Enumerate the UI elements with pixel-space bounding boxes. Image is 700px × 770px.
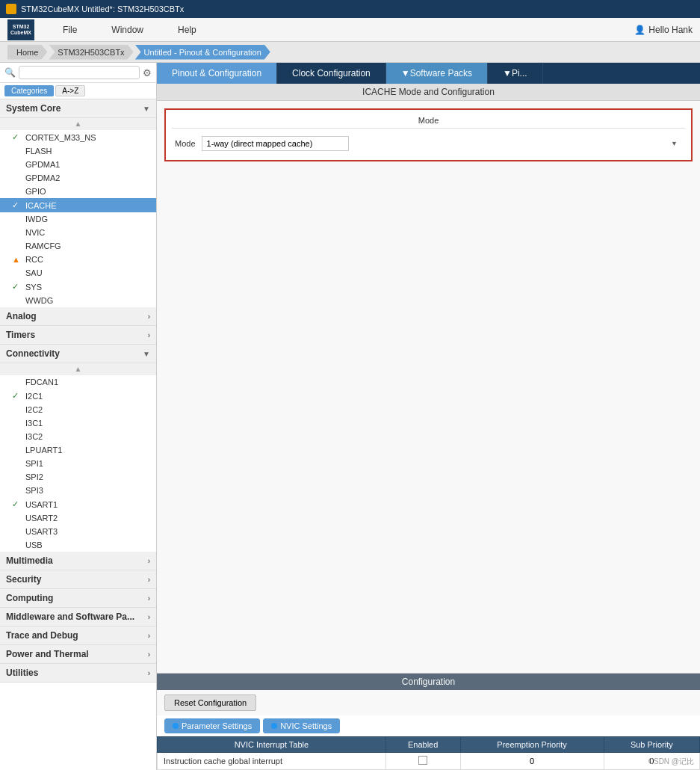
sidebar-item-i2c1[interactable]: ✓ I2C1 <box>0 389 156 403</box>
filter-tab-categories[interactable]: Categories <box>4 85 54 96</box>
filter-tab-az[interactable]: A->Z <box>55 85 85 96</box>
connectivity-items: ▲ FDCAN1 ✓ I2C1 I2C2 I3C1 <box>0 363 156 552</box>
category-middleware[interactable]: Middleware and Software Pa... › <box>0 608 156 626</box>
sidebar-item-nvic[interactable]: NVIC <box>0 226 156 239</box>
usart1-status-icon: ✓ <box>12 499 22 509</box>
search-row: 🔍 ⚙ <box>0 63 156 83</box>
spi3-label: SPI3 <box>25 486 43 495</box>
timers-arrow: › <box>148 331 150 339</box>
sidebar-item-cortex[interactable]: ✓ CORTEX_M33_NS <box>0 130 156 144</box>
sidebar-item-fdcan1[interactable]: FDCAN1 <box>0 375 156 389</box>
sidebar-item-spi2[interactable]: SPI2 <box>0 470 156 484</box>
content-tab-bar: Pinout & Configuration Clock Configurati… <box>157 63 700 84</box>
utilities-arrow: › <box>148 669 150 677</box>
tab-clock[interactable]: Clock Configuration <box>277 63 386 84</box>
sidebar-item-rcc[interactable]: ▲ RCC <box>0 253 156 266</box>
logo-text: STM32CubeMX <box>10 24 31 35</box>
category-security[interactable]: Security › <box>0 570 156 589</box>
icache-header: ICACHE Mode and Configuration <box>157 84 700 101</box>
tab-pinout[interactable]: Pinout & Configuration <box>157 63 277 84</box>
sidebar-item-spi3[interactable]: SPI3 <box>0 484 156 497</box>
system-core-arrow: ▼ <box>143 105 150 113</box>
sidebar-item-gpio[interactable]: GPIO <box>0 185 156 198</box>
enabled-checkbox[interactable] <box>418 756 427 765</box>
menu-help[interactable]: Help <box>172 22 202 38</box>
menu-user[interactable]: 👤 Hello Hank <box>634 25 693 35</box>
sidebar-item-usart3[interactable]: USART3 <box>0 525 156 538</box>
category-multimedia[interactable]: Multimedia › <box>0 552 156 570</box>
menu-file[interactable]: File <box>57 22 83 38</box>
breadcrumb-current[interactable]: Untitled - Pinout & Configuration <box>135 45 270 60</box>
sidebar-item-i3c1[interactable]: I3C1 <box>0 416 156 430</box>
category-analog-label: Analog <box>6 311 37 321</box>
category-middleware-label: Middleware and Software Pa... <box>6 612 134 622</box>
gpio-label: GPIO <box>25 187 46 196</box>
app-icon <box>6 4 16 14</box>
param-tab-label: Parameter Settings <box>182 721 252 730</box>
sidebar-item-flash[interactable]: FLASH <box>0 144 156 158</box>
i2c1-label: I2C1 <box>25 392 43 401</box>
config-section: Configuration Reset Configuration Parame… <box>157 673 700 770</box>
conn-scroll-up: ▲ <box>0 363 156 375</box>
sidebar-item-gpdma1[interactable]: GPDMA1 <box>0 158 156 171</box>
main-layout: 🔍 ⚙ Categories A->Z System Core ▼ ▲ ✓ CO… <box>0 63 700 770</box>
mode-select[interactable]: 1-way (direct mapped cache) 2-way (2-way… <box>202 136 349 151</box>
sidebar-item-gpdma2[interactable]: GPDMA2 <box>0 171 156 185</box>
category-security-label: Security <box>6 574 41 585</box>
sidebar-item-spi1[interactable]: SPI1 <box>0 457 156 470</box>
scroll-up-arrow: ▲ <box>0 118 156 130</box>
sidebar-item-sys[interactable]: ✓ SYS <box>0 280 156 294</box>
gear-icon[interactable]: ⚙ <box>143 67 152 78</box>
watermark: CSDN @记比 <box>648 757 694 767</box>
user-label: Hello Hank <box>648 25 693 35</box>
sidebar-item-i3c2[interactable]: I3C2 <box>0 430 156 443</box>
param-tab-nvic[interactable]: NVIC Settings <box>263 718 340 733</box>
breadcrumb-device[interactable]: STM32H503CBTx <box>49 45 133 60</box>
tab-software-chevron: ▼ <box>401 68 410 78</box>
security-arrow: › <box>148 576 150 584</box>
tab-pinout-label: Pinout & Configuration <box>172 68 261 78</box>
sidebar-item-iwdg[interactable]: IWDG <box>0 212 156 226</box>
spi1-label: SPI1 <box>25 459 43 468</box>
category-computing[interactable]: Computing › <box>0 589 156 608</box>
multimedia-arrow: › <box>148 557 150 565</box>
reset-config-button[interactable]: Reset Configuration <box>164 694 256 711</box>
category-utilities-label: Utilities <box>6 668 38 678</box>
nvic-dot <box>271 723 277 729</box>
category-timers[interactable]: Timers › <box>0 326 156 345</box>
sidebar: 🔍 ⚙ Categories A->Z System Core ▼ ▲ ✓ CO… <box>0 63 157 770</box>
sidebar-item-wwdg[interactable]: WWDG <box>0 294 156 307</box>
app-logo: STM32CubeMX <box>7 19 34 40</box>
param-tab-parameter[interactable]: Parameter Settings <box>164 718 260 733</box>
sidebar-item-ramcfg[interactable]: RAMCFG <box>0 239 156 253</box>
category-computing-label: Computing <box>6 593 53 603</box>
category-connectivity[interactable]: Connectivity ▼ <box>0 345 156 363</box>
computing-arrow: › <box>148 594 150 603</box>
sidebar-item-usart1[interactable]: ✓ USART1 <box>0 497 156 511</box>
breadcrumb-home[interactable]: Home <box>7 45 47 60</box>
sidebar-item-i2c2[interactable]: I2C2 <box>0 403 156 416</box>
category-power[interactable]: Power and Thermal › <box>0 645 156 664</box>
sidebar-item-lpuart1[interactable]: LPUART1 <box>0 443 156 457</box>
category-trace[interactable]: Trace and Debug › <box>0 626 156 645</box>
gpdma2-label: GPDMA2 <box>25 173 60 182</box>
param-tabs: Parameter Settings NVIC Settings <box>157 715 700 736</box>
sidebar-item-usb[interactable]: USB <box>0 538 156 552</box>
category-connectivity-label: Connectivity <box>6 348 60 359</box>
usart2-label: USART2 <box>25 514 58 523</box>
menu-window[interactable]: Window <box>105 22 149 38</box>
cortex-status-icon: ✓ <box>12 132 22 142</box>
tab-pi[interactable]: ▼ Pi... <box>488 63 543 84</box>
nvic-table: NVIC Interrupt Table Enabled Preemption … <box>157 736 700 770</box>
category-utilities[interactable]: Utilities › <box>0 664 156 683</box>
sidebar-item-sau[interactable]: SAU <box>0 266 156 280</box>
category-analog[interactable]: Analog › <box>0 307 156 326</box>
nvic-label: NVIC <box>25 228 45 237</box>
search-input[interactable] <box>19 66 140 79</box>
sidebar-item-usart2[interactable]: USART2 <box>0 511 156 525</box>
category-system-core[interactable]: System Core ▼ <box>0 99 156 118</box>
tab-software[interactable]: ▼ Software Packs <box>386 63 488 84</box>
sidebar-item-icache[interactable]: ✓ ICACHE <box>0 198 156 212</box>
nvic-col-name: NVIC Interrupt Table <box>158 737 386 753</box>
i2c2-label: I2C2 <box>25 405 43 414</box>
